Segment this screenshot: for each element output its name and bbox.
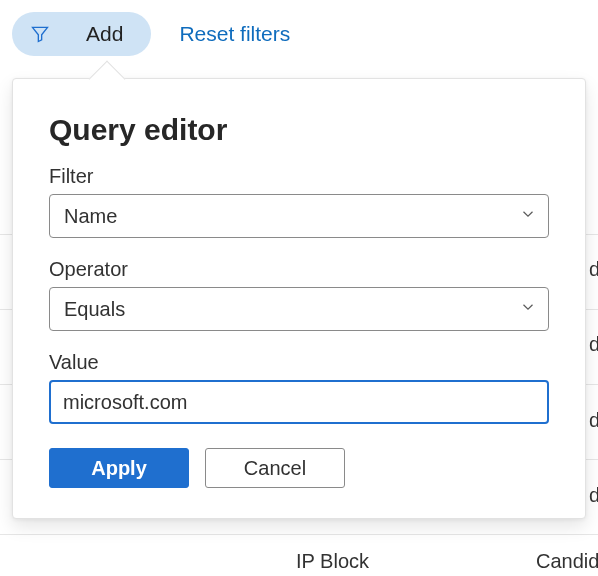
filter-icon <box>30 24 50 44</box>
row-edge-char: d <box>589 409 598 432</box>
button-row: Apply Cancel <box>49 448 549 488</box>
add-filter-label: Add <box>86 22 123 46</box>
filter-select[interactable]: Name <box>49 194 549 238</box>
row-edge-char: d <box>589 258 598 281</box>
add-filter-button[interactable]: Add <box>12 12 151 56</box>
value-input[interactable] <box>49 380 549 424</box>
reset-filters-link[interactable]: Reset filters <box>179 22 290 46</box>
query-editor-popover: Query editor Filter Name Operator Equals… <box>12 78 586 519</box>
operator-select[interactable]: Equals <box>49 287 549 331</box>
apply-button[interactable]: Apply <box>49 448 189 488</box>
filter-label: Filter <box>49 165 549 188</box>
row-edge-char: d <box>589 484 598 507</box>
row-edge-char: d <box>589 333 598 356</box>
operator-selected-value: Equals <box>64 298 125 321</box>
operator-label: Operator <box>49 258 549 281</box>
value-label: Value <box>49 351 549 374</box>
column-header-ip-block: IP Block <box>296 550 369 573</box>
column-header-candidate-partial: Candid <box>536 550 598 573</box>
popover-title: Query editor <box>49 113 549 147</box>
filter-selected-value: Name <box>64 205 117 228</box>
filter-toolbar: Add Reset filters <box>0 0 598 56</box>
cancel-button[interactable]: Cancel <box>205 448 345 488</box>
